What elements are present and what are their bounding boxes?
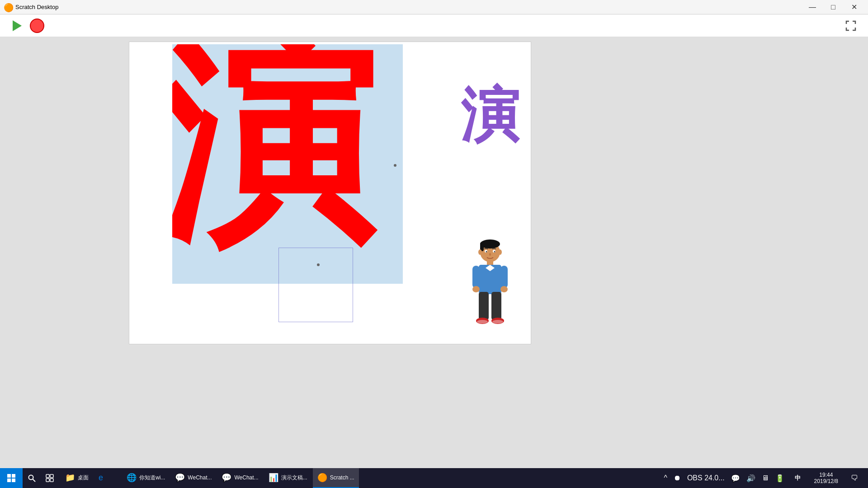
small-dot [394,164,396,167]
taskbar-icon-browser: 🌐 [127,473,137,483]
taskbar-item-browser[interactable]: 🌐 你知道wi... [122,468,170,488]
title-bar-title: Scratch Desktop [15,4,802,10]
taskbar-icon-scratch: 🟠 [317,473,327,483]
svg-rect-27 [12,479,15,482]
person-sprite [465,239,515,333]
tray-obs-label[interactable]: OBS 24.0... [685,473,726,483]
svg-rect-30 [46,474,49,478]
close-button[interactable]: ✕ [844,0,864,14]
svg-line-29 [33,479,36,482]
stage: 演 演 [129,42,531,344]
taskbar-item-wechat1[interactable]: 💬 WeChat... [170,468,216,488]
svg-rect-19 [491,292,501,320]
tray-obs-icon[interactable]: ⏺ [672,473,683,483]
title-bar: 🟠 Scratch Desktop — □ ✕ [0,0,868,14]
taskbar-label-ppt: 演示文稿... [281,474,307,482]
stop-button[interactable] [30,19,44,33]
clock-date: 2019/12/8 [814,478,838,484]
taskbar-item-desktop[interactable]: 📁 桌面 [61,468,93,488]
svg-point-9 [478,249,482,255]
tray-battery-icon[interactable]: 🔋 [774,473,786,483]
svg-rect-25 [12,474,15,478]
taskbar-item-scratch[interactable]: 🟠 Scratch ... [313,468,359,488]
search-button[interactable] [23,468,41,488]
svg-rect-26 [7,479,11,482]
svg-rect-14 [472,266,480,288]
taskbar-icon-wechat2: 💬 [222,473,231,483]
taskbar-label-browser: 你知道wi... [139,474,165,482]
fullscreen-button[interactable] [843,18,859,34]
display-chinese-character: 演 [461,76,519,155]
taskbar-icon-ppt: 📊 [269,473,278,483]
taskbar-icon-edge: e [99,473,103,483]
svg-marker-0 [13,20,22,31]
taskbar-icon-wechat1: 💬 [175,473,185,483]
taskbar-items: 📁 桌面 e 🌐 你知道wi... 💬 WeChat... 💬 WeChat..… [59,468,657,488]
toolbar-left [9,18,44,34]
svg-rect-33 [50,479,53,482]
tray-chevron[interactable]: ^ [662,473,669,483]
svg-point-16 [472,286,480,292]
app-icon: 🟠 [4,3,13,12]
svg-point-10 [498,249,502,255]
main-chinese-character: 演 [172,44,376,252]
green-flag-button[interactable] [9,18,25,34]
taskbar-tray: ^ ⏺ OBS 24.0... 💬 🔊 🖥 🔋 中 19:44 2019/12/… [657,468,868,488]
stage-container: 演 演 [0,37,868,488]
taskbar-clock[interactable]: 19:44 2019/12/8 [810,468,843,488]
svg-point-23 [492,320,503,324]
clock-time: 19:44 [819,472,833,478]
task-view-button[interactable] [41,468,59,488]
minimize-button[interactable]: — [802,0,823,14]
taskbar-label-scratch: Scratch ... [330,474,354,481]
taskbar-icon-desktop: 📁 [65,473,75,483]
svg-rect-31 [50,474,53,478]
taskbar-item-ppt[interactable]: 📊 演示文稿... [264,468,312,488]
svg-rect-15 [500,266,508,288]
scratch-toolbar [0,14,868,37]
svg-rect-32 [46,479,49,482]
maximize-button[interactable]: □ [823,0,844,14]
canvas-area: 演 [172,44,403,284]
svg-point-7 [494,251,495,253]
taskbar-item-edge[interactable]: e [94,468,121,488]
svg-rect-24 [7,474,11,478]
taskbar-label-wechat1: WeChat... [188,474,212,481]
taskbar: 📁 桌面 e 🌐 你知道wi... 💬 WeChat... 💬 WeChat..… [0,468,868,488]
notification-button[interactable]: 🗨 [845,468,863,488]
svg-point-22 [477,320,488,324]
svg-point-17 [500,286,508,292]
tray-language[interactable]: 中 [789,468,807,488]
taskbar-label-desktop: 桌面 [78,474,89,482]
window-controls: — □ ✕ [802,0,864,14]
taskbar-label-wechat2: WeChat... [234,474,258,481]
svg-point-8 [489,253,491,256]
svg-point-6 [486,251,487,253]
tray-volume-icon[interactable]: 🔊 [745,473,757,483]
tray-wechat-icon[interactable]: 💬 [729,473,742,483]
svg-rect-18 [479,292,489,320]
tray-network-icon[interactable]: 🖥 [760,473,771,483]
app-body: 演 演 [0,14,868,488]
right-panel: 演 [406,44,528,343]
start-button[interactable] [0,468,23,488]
cursor-dot [317,263,320,266]
taskbar-item-wechat2[interactable]: 💬 WeChat... [217,468,263,488]
svg-point-28 [29,475,33,480]
